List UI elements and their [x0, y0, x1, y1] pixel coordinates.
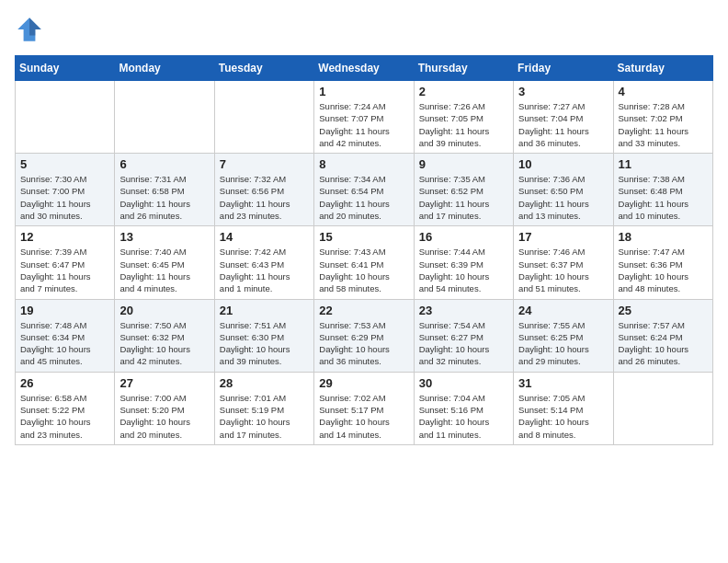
- calendar-cell: 10Sunrise: 7:36 AM Sunset: 6:50 PM Dayli…: [514, 154, 613, 226]
- day-info: Sunrise: 7:30 AM Sunset: 7:00 PM Dayligh…: [20, 173, 109, 222]
- day-number: 1: [319, 85, 408, 98]
- day-info: Sunrise: 7:54 AM Sunset: 6:27 PM Dayligh…: [419, 319, 508, 368]
- calendar-cell: 31Sunrise: 7:05 AM Sunset: 5:14 PM Dayli…: [514, 372, 613, 444]
- day-number: 8: [319, 157, 408, 171]
- calendar-cell: 27Sunrise: 7:00 AM Sunset: 5:20 PM Dayli…: [115, 372, 214, 444]
- day-number: 30: [419, 376, 508, 390]
- calendar-cell: 3Sunrise: 7:27 AM Sunset: 7:04 PM Daylig…: [514, 81, 613, 154]
- day-info: Sunrise: 7:24 AM Sunset: 7:07 PM Dayligh…: [319, 100, 408, 149]
- day-info: Sunrise: 7:43 AM Sunset: 6:41 PM Dayligh…: [319, 246, 408, 294]
- day-number: 2: [419, 85, 508, 98]
- weekday-header-friday: Friday: [514, 56, 613, 81]
- day-number: 29: [319, 376, 408, 390]
- calendar-cell: 15Sunrise: 7:43 AM Sunset: 6:41 PM Dayli…: [314, 226, 414, 299]
- day-info: Sunrise: 7:02 AM Sunset: 5:17 PM Dayligh…: [319, 392, 408, 441]
- day-info: Sunrise: 7:51 AM Sunset: 6:30 PM Dayligh…: [220, 319, 309, 368]
- calendar-cell: [115, 81, 214, 154]
- day-info: Sunrise: 7:26 AM Sunset: 7:05 PM Dayligh…: [419, 100, 508, 149]
- calendar-cell: 24Sunrise: 7:55 AM Sunset: 6:25 PM Dayli…: [514, 299, 613, 372]
- calendar-cell: 9Sunrise: 7:35 AM Sunset: 6:52 PM Daylig…: [414, 154, 513, 226]
- day-number: 20: [119, 304, 209, 317]
- logo: [15, 15, 48, 44]
- calendar-cell: 30Sunrise: 7:04 AM Sunset: 5:16 PM Dayli…: [414, 372, 513, 444]
- day-info: Sunrise: 7:42 AM Sunset: 6:43 PM Dayligh…: [220, 246, 309, 294]
- weekday-header-thursday: Thursday: [414, 56, 513, 81]
- day-number: 25: [619, 304, 708, 317]
- day-number: 28: [220, 376, 309, 390]
- svg-marker-1: [29, 17, 41, 35]
- calendar-cell: 12Sunrise: 7:39 AM Sunset: 6:47 PM Dayli…: [16, 226, 115, 299]
- day-number: 9: [419, 157, 508, 171]
- calendar-cell: 18Sunrise: 7:47 AM Sunset: 6:36 PM Dayli…: [613, 226, 712, 299]
- day-number: 22: [319, 304, 408, 317]
- day-info: Sunrise: 7:50 AM Sunset: 6:32 PM Dayligh…: [119, 319, 209, 368]
- day-info: Sunrise: 7:53 AM Sunset: 6:29 PM Dayligh…: [319, 319, 408, 368]
- calendar-week-5: 26Sunrise: 6:58 AM Sunset: 5:22 PM Dayli…: [16, 372, 713, 444]
- day-number: 17: [518, 230, 608, 244]
- calendar-cell: 2Sunrise: 7:26 AM Sunset: 7:05 PM Daylig…: [414, 81, 513, 154]
- day-info: Sunrise: 7:36 AM Sunset: 6:50 PM Dayligh…: [518, 173, 608, 222]
- day-info: Sunrise: 7:38 AM Sunset: 6:48 PM Dayligh…: [619, 173, 708, 222]
- calendar-cell: 13Sunrise: 7:40 AM Sunset: 6:45 PM Dayli…: [115, 226, 214, 299]
- calendar-cell: 20Sunrise: 7:50 AM Sunset: 6:32 PM Dayli…: [115, 299, 214, 372]
- day-number: 10: [518, 157, 608, 171]
- calendar-cell: 29Sunrise: 7:02 AM Sunset: 5:17 PM Dayli…: [314, 372, 414, 444]
- calendar-cell: [613, 372, 712, 444]
- calendar-cell: 14Sunrise: 7:42 AM Sunset: 6:43 PM Dayli…: [214, 226, 313, 299]
- calendar-cell: 4Sunrise: 7:28 AM Sunset: 7:02 PM Daylig…: [613, 81, 712, 154]
- logo-icon: [15, 15, 44, 44]
- day-info: Sunrise: 7:40 AM Sunset: 6:45 PM Dayligh…: [119, 246, 209, 294]
- weekday-header-row: SundayMondayTuesdayWednesdayThursdayFrid…: [16, 56, 713, 81]
- weekday-header-saturday: Saturday: [613, 56, 712, 81]
- day-info: Sunrise: 6:58 AM Sunset: 5:22 PM Dayligh…: [20, 392, 109, 441]
- calendar-cell: 28Sunrise: 7:01 AM Sunset: 5:19 PM Dayli…: [214, 372, 313, 444]
- day-info: Sunrise: 7:04 AM Sunset: 5:16 PM Dayligh…: [419, 392, 508, 441]
- day-number: 15: [319, 230, 408, 244]
- day-number: 19: [20, 304, 109, 317]
- day-info: Sunrise: 7:57 AM Sunset: 6:24 PM Dayligh…: [619, 319, 708, 368]
- day-info: Sunrise: 7:46 AM Sunset: 6:37 PM Dayligh…: [518, 246, 608, 294]
- day-number: 12: [20, 230, 109, 244]
- day-number: 7: [220, 157, 309, 171]
- day-number: 21: [220, 304, 309, 317]
- calendar-cell: 22Sunrise: 7:53 AM Sunset: 6:29 PM Dayli…: [314, 299, 414, 372]
- weekday-header-wednesday: Wednesday: [314, 56, 414, 81]
- calendar-cell: 6Sunrise: 7:31 AM Sunset: 6:58 PM Daylig…: [115, 154, 214, 226]
- day-info: Sunrise: 7:00 AM Sunset: 5:20 PM Dayligh…: [119, 392, 209, 441]
- weekday-header-sunday: Sunday: [16, 56, 115, 81]
- calendar-week-1: 1Sunrise: 7:24 AM Sunset: 7:07 PM Daylig…: [16, 81, 713, 154]
- calendar-table: SundayMondayTuesdayWednesdayThursdayFrid…: [15, 55, 713, 445]
- day-info: Sunrise: 7:05 AM Sunset: 5:14 PM Dayligh…: [518, 392, 608, 441]
- day-number: 16: [419, 230, 508, 244]
- day-info: Sunrise: 7:47 AM Sunset: 6:36 PM Dayligh…: [619, 246, 708, 294]
- day-info: Sunrise: 7:32 AM Sunset: 6:56 PM Dayligh…: [220, 173, 309, 222]
- day-info: Sunrise: 7:48 AM Sunset: 6:34 PM Dayligh…: [20, 319, 109, 368]
- day-info: Sunrise: 7:34 AM Sunset: 6:54 PM Dayligh…: [319, 173, 408, 222]
- day-number: 23: [419, 304, 508, 317]
- day-number: 14: [220, 230, 309, 244]
- day-number: 18: [619, 230, 708, 244]
- calendar-week-4: 19Sunrise: 7:48 AM Sunset: 6:34 PM Dayli…: [16, 299, 713, 372]
- day-number: 31: [518, 376, 608, 390]
- day-info: Sunrise: 7:55 AM Sunset: 6:25 PM Dayligh…: [518, 319, 608, 368]
- calendar-week-2: 5Sunrise: 7:30 AM Sunset: 7:00 PM Daylig…: [16, 154, 713, 226]
- day-number: 26: [20, 376, 109, 390]
- calendar-cell: 26Sunrise: 6:58 AM Sunset: 5:22 PM Dayli…: [16, 372, 115, 444]
- calendar-cell: [16, 81, 115, 154]
- day-info: Sunrise: 7:27 AM Sunset: 7:04 PM Dayligh…: [518, 100, 608, 149]
- day-info: Sunrise: 7:31 AM Sunset: 6:58 PM Dayligh…: [119, 173, 209, 222]
- calendar-cell: 11Sunrise: 7:38 AM Sunset: 6:48 PM Dayli…: [613, 154, 712, 226]
- calendar-cell: 25Sunrise: 7:57 AM Sunset: 6:24 PM Dayli…: [613, 299, 712, 372]
- calendar-cell: [214, 81, 313, 154]
- day-info: Sunrise: 7:44 AM Sunset: 6:39 PM Dayligh…: [419, 246, 508, 294]
- calendar-cell: 23Sunrise: 7:54 AM Sunset: 6:27 PM Dayli…: [414, 299, 513, 372]
- day-number: 24: [518, 304, 608, 317]
- day-info: Sunrise: 7:28 AM Sunset: 7:02 PM Dayligh…: [619, 100, 708, 149]
- day-number: 27: [119, 376, 209, 390]
- weekday-header-tuesday: Tuesday: [214, 56, 313, 81]
- calendar-cell: 1Sunrise: 7:24 AM Sunset: 7:07 PM Daylig…: [314, 81, 414, 154]
- day-number: 13: [119, 230, 209, 244]
- calendar-cell: 19Sunrise: 7:48 AM Sunset: 6:34 PM Dayli…: [16, 299, 115, 372]
- day-info: Sunrise: 7:01 AM Sunset: 5:19 PM Dayligh…: [220, 392, 309, 441]
- day-info: Sunrise: 7:39 AM Sunset: 6:47 PM Dayligh…: [20, 246, 109, 294]
